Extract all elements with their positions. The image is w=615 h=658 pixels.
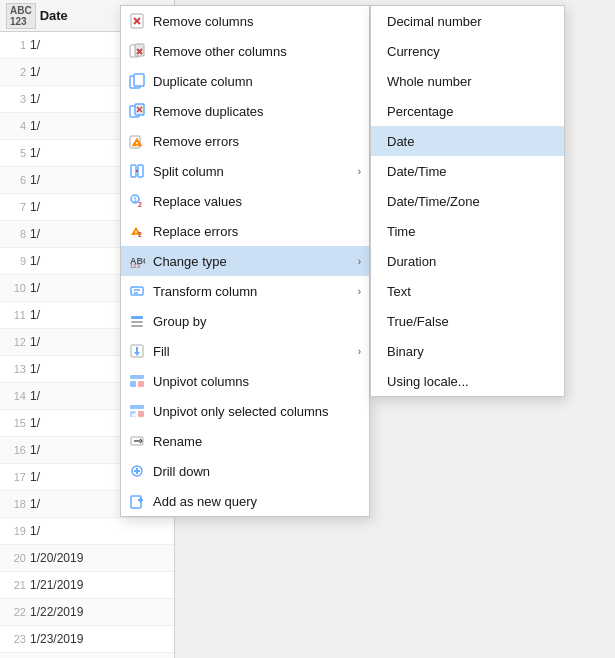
submenu-item-date[interactable]: Date bbox=[371, 126, 564, 156]
svg-rect-17 bbox=[138, 165, 143, 177]
column-name: Date bbox=[40, 8, 68, 23]
cell-value: 1/ bbox=[30, 308, 40, 322]
submenu-item-locale[interactable]: Using locale... bbox=[371, 366, 564, 396]
menu-item-remove-columns[interactable]: Remove columns bbox=[121, 6, 369, 36]
grid-row: 231/23/2019 bbox=[0, 626, 174, 653]
submenu-changetype: Decimal numberCurrencyWhole numberPercen… bbox=[370, 5, 565, 397]
cell-value: 1/ bbox=[30, 443, 40, 457]
menu-item-fill[interactable]: Fill › bbox=[121, 336, 369, 366]
submenu-item-binary[interactable]: Binary bbox=[371, 336, 564, 366]
x-icon bbox=[129, 13, 145, 29]
submenu-item-time[interactable]: Time bbox=[371, 216, 564, 246]
row-number: 15 bbox=[8, 417, 26, 429]
menu-item-remove-duplicates[interactable]: Remove duplicates bbox=[121, 96, 369, 126]
cell-value: 1/ bbox=[30, 65, 40, 79]
submenu-arrow: › bbox=[358, 166, 361, 177]
menu-item-change-type[interactable]: ABC123 Change type › bbox=[121, 246, 369, 276]
unpivot-sel-icon bbox=[129, 403, 145, 419]
menu-item-transform-column[interactable]: Transform column › bbox=[121, 276, 369, 306]
row-number: 12 bbox=[8, 336, 26, 348]
row-number: 22 bbox=[8, 606, 26, 618]
submenu-item-truefalse[interactable]: True/False bbox=[371, 306, 564, 336]
svg-rect-4 bbox=[135, 44, 144, 56]
menu-item-add-query[interactable]: Add as new query bbox=[121, 486, 369, 516]
menu-label-replace-errors: Replace errors bbox=[153, 224, 361, 239]
cell-value: 1/ bbox=[30, 389, 40, 403]
svg-point-15 bbox=[136, 145, 137, 146]
row-number: 17 bbox=[8, 471, 26, 483]
menu-item-unpivot-selected[interactable]: Unpivot only selected columns bbox=[121, 396, 369, 426]
row-number: 10 bbox=[8, 282, 26, 294]
cell-value: 1/ bbox=[30, 524, 40, 538]
cell-value: 1/22/2019 bbox=[30, 605, 83, 619]
dup-icon bbox=[129, 73, 145, 89]
svg-text:2: 2 bbox=[138, 231, 142, 238]
svg-rect-36 bbox=[130, 375, 144, 379]
submenu-item-decimal[interactable]: Decimal number bbox=[371, 6, 564, 36]
submenu-item-datetime[interactable]: Date/Time bbox=[371, 156, 564, 186]
submenu-label-truefalse: True/False bbox=[387, 314, 449, 329]
menu-label-fill: Fill bbox=[153, 344, 350, 359]
column-type-badge: ABC123 bbox=[6, 3, 36, 29]
submenu-item-text[interactable]: Text bbox=[371, 276, 564, 306]
svg-rect-31 bbox=[131, 321, 143, 323]
svg-rect-27 bbox=[131, 287, 143, 295]
submenu-label-datetime: Date/Time bbox=[387, 164, 446, 179]
split-icon bbox=[129, 163, 145, 179]
menu-label-remove-duplicates: Remove duplicates bbox=[153, 104, 361, 119]
submenu-label-duration: Duration bbox=[387, 254, 436, 269]
submenu-label-locale: Using locale... bbox=[387, 374, 469, 389]
menu-item-remove-other-columns[interactable]: Remove other columns bbox=[121, 36, 369, 66]
row-number: 21 bbox=[8, 579, 26, 591]
transform-icon bbox=[129, 283, 145, 299]
cell-value: 1/21/2019 bbox=[30, 578, 83, 592]
svg-rect-32 bbox=[131, 325, 143, 327]
cell-value: 1/ bbox=[30, 281, 40, 295]
menu-item-replace-values[interactable]: 12 Replace values bbox=[121, 186, 369, 216]
submenu-item-currency[interactable]: Currency bbox=[371, 36, 564, 66]
submenu-label-currency: Currency bbox=[387, 44, 440, 59]
svg-text:1: 1 bbox=[133, 196, 137, 203]
cell-value: 1/ bbox=[30, 362, 40, 376]
row-number: 8 bbox=[8, 228, 26, 240]
submenu-item-duration[interactable]: Duration bbox=[371, 246, 564, 276]
cell-value: 1/ bbox=[30, 38, 40, 52]
submenu-item-whole[interactable]: Whole number bbox=[371, 66, 564, 96]
menu-item-rename[interactable]: Rename bbox=[121, 426, 369, 456]
menu-label-drill-down: Drill down bbox=[153, 464, 361, 479]
grid-row: 211/21/2019 bbox=[0, 572, 174, 599]
svg-text:123: 123 bbox=[130, 263, 141, 269]
rename-icon bbox=[129, 433, 145, 449]
grid-row: 241/24/2019 bbox=[0, 653, 174, 658]
menu-label-unpivot-columns: Unpivot columns bbox=[153, 374, 361, 389]
menu-item-split-column[interactable]: Split column › bbox=[121, 156, 369, 186]
submenu-label-datetimezone: Date/Time/Zone bbox=[387, 194, 480, 209]
row-number: 9 bbox=[8, 255, 26, 267]
cell-value: 1/ bbox=[30, 119, 40, 133]
row-number: 1 bbox=[8, 39, 26, 51]
menu-item-group-by[interactable]: Group by bbox=[121, 306, 369, 336]
menu-label-transform-column: Transform column bbox=[153, 284, 350, 299]
grid-row: 191/ bbox=[0, 518, 174, 545]
menu-item-remove-errors[interactable]: Remove errors bbox=[121, 126, 369, 156]
submenu-item-datetimezone[interactable]: Date/Time/Zone bbox=[371, 186, 564, 216]
err-icon bbox=[129, 133, 145, 149]
cell-value: 1/ bbox=[30, 173, 40, 187]
svg-rect-39 bbox=[130, 405, 144, 409]
submenu-item-percentage[interactable]: Percentage bbox=[371, 96, 564, 126]
drill-icon bbox=[129, 463, 145, 479]
menu-label-replace-values: Replace values bbox=[153, 194, 361, 209]
menu-item-duplicate-column[interactable]: Duplicate column bbox=[121, 66, 369, 96]
row-number: 19 bbox=[8, 525, 26, 537]
menu-label-add-query: Add as new query bbox=[153, 494, 361, 509]
menu-item-drill-down[interactable]: Drill down bbox=[121, 456, 369, 486]
submenu-label-time: Time bbox=[387, 224, 415, 239]
cell-value: 1/ bbox=[30, 254, 40, 268]
submenu-arrow: › bbox=[358, 256, 361, 267]
type-icon: ABC123 bbox=[129, 253, 145, 269]
dup-x-icon bbox=[129, 103, 145, 119]
replace-err-icon: 2 bbox=[129, 223, 145, 239]
menu-item-unpivot-columns[interactable]: Unpivot columns bbox=[121, 366, 369, 396]
row-number: 4 bbox=[8, 120, 26, 132]
menu-item-replace-errors[interactable]: 2 Replace errors bbox=[121, 216, 369, 246]
